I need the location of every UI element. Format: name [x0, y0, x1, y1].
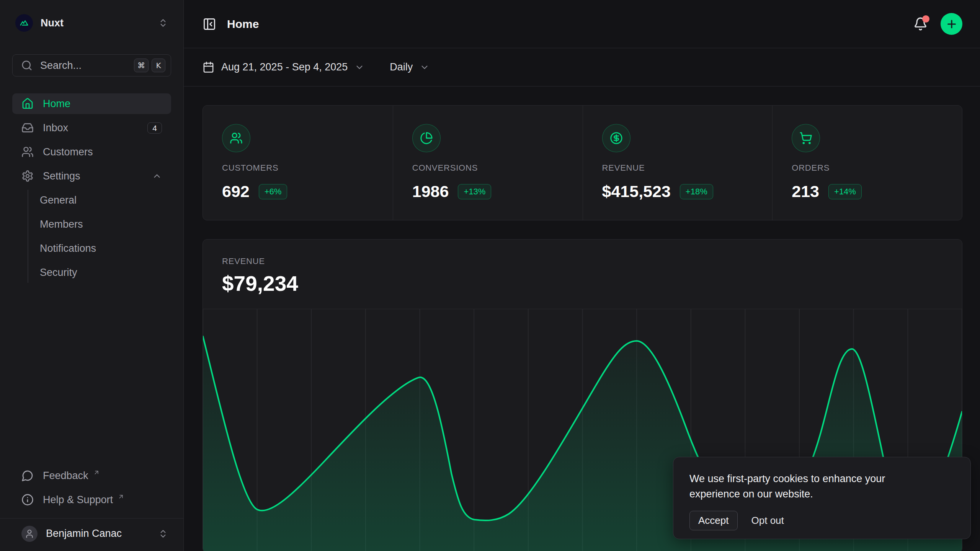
period-label: Daily — [390, 61, 413, 73]
sidebar-item-customers[interactable]: Customers — [12, 142, 171, 162]
stat-label: CONVERSIONS — [412, 163, 583, 173]
kbd-k: K — [152, 59, 165, 72]
opt-out-button[interactable]: Opt out — [750, 511, 786, 530]
stat-customers: CUSTOMERS 692 +6% — [203, 106, 393, 220]
sidebar-item-inbox[interactable]: Inbox 4 — [12, 117, 171, 138]
stat-delta-badge: +14% — [828, 184, 862, 199]
header-left: Home — [203, 17, 259, 31]
pie-chart-icon — [412, 124, 441, 152]
sidebar-item-general[interactable]: General — [28, 190, 171, 210]
page-title: Home — [227, 18, 259, 31]
page-header: Home — [184, 0, 980, 48]
chevron-up-icon — [152, 171, 162, 181]
period-select[interactable]: Daily — [390, 61, 430, 73]
filters-toolbar: Aug 21, 2025 - Sep 4, 2025 Daily — [184, 48, 980, 86]
gear-icon — [21, 170, 34, 182]
stat-label: ORDERS — [792, 163, 962, 173]
search-placeholder: Search... — [40, 60, 126, 72]
revenue-chart-label: REVENUE — [222, 256, 943, 266]
cart-icon — [792, 124, 820, 152]
revenue-chart-value: $79,234 — [222, 272, 943, 295]
chevron-down-icon — [420, 62, 430, 72]
search-kbd-shortcut: ⌘ K — [134, 59, 165, 72]
sidebar-item-members[interactable]: Members — [28, 214, 171, 235]
cookie-message: We use first-party cookies to enhance yo… — [689, 471, 934, 502]
sidebar-footer-nav: Feedback Help & Support — [12, 465, 171, 510]
user-name: Benjamin Canac — [46, 528, 150, 540]
chevrons-up-down-icon — [158, 529, 168, 539]
user-menu[interactable]: Benjamin Canac — [0, 518, 183, 551]
stat-delta-badge: +18% — [680, 184, 713, 199]
help-support-label: Help & Support — [43, 494, 113, 506]
stat-conversions: CONVERSIONS 1986 +13% — [393, 106, 583, 220]
team-name: Nuxt — [41, 17, 150, 29]
settings-subnav: General Members Notifications Security — [28, 190, 171, 283]
users-icon — [21, 146, 34, 158]
stat-value: $415,523 — [602, 182, 671, 201]
sidebar-item-label: Home — [43, 98, 70, 110]
add-button[interactable] — [941, 13, 962, 35]
inbox-count-badge: 4 — [147, 122, 162, 134]
sidebar-item-label: Settings — [43, 170, 80, 182]
users-icon — [222, 124, 250, 152]
stat-label: REVENUE — [602, 163, 773, 173]
cookie-banner: We use first-party cookies to enhance yo… — [673, 457, 971, 539]
search-icon — [21, 60, 33, 71]
stat-value: 1986 — [412, 182, 449, 201]
stat-label: CUSTOMERS — [222, 163, 393, 173]
sidebar-item-notifications[interactable]: Notifications — [28, 238, 171, 259]
stat-revenue: REVENUE $415,523 +18% — [583, 106, 773, 220]
help-support-link[interactable]: Help & Support — [12, 489, 171, 510]
nuxt-logo-icon — [15, 14, 33, 32]
external-link-icon — [118, 493, 124, 500]
stats-row: CUSTOMERS 692 +6% CONVERSIONS 1986 +13% — [203, 105, 962, 220]
cookie-actions: Accept Opt out — [689, 511, 954, 530]
stat-delta-badge: +6% — [259, 184, 287, 199]
sidebar-item-home[interactable]: Home — [12, 93, 171, 114]
revenue-card-header: REVENUE $79,234 — [203, 240, 962, 295]
inbox-icon — [21, 122, 34, 134]
notifications-button[interactable] — [913, 17, 928, 31]
sidebar-item-security[interactable]: Security — [28, 262, 171, 283]
sidebar-item-settings[interactable]: Settings — [12, 166, 171, 186]
notification-dot — [922, 15, 929, 23]
stat-value: 692 — [222, 182, 250, 201]
sidebar-nav: Home Inbox 4 Customers Settings — [12, 93, 171, 283]
info-circle-icon — [21, 494, 34, 506]
stat-orders: ORDERS 213 +14% — [772, 106, 962, 220]
feedback-label: Feedback — [43, 470, 88, 482]
chevrons-up-down-icon — [158, 18, 168, 28]
accept-button[interactable]: Accept — [689, 511, 738, 530]
plus-icon — [946, 18, 958, 30]
dollar-circle-icon — [602, 124, 630, 152]
stat-delta-badge: +13% — [458, 184, 491, 199]
search-input[interactable]: Search... ⌘ K — [12, 54, 171, 77]
sidebar: Nuxt Search... ⌘ K Home — [0, 0, 184, 551]
sidebar-item-label: Inbox — [43, 122, 68, 134]
team-switcher[interactable]: Nuxt — [12, 14, 171, 32]
calendar-icon — [203, 61, 214, 73]
collapse-sidebar-button[interactable] — [203, 17, 216, 31]
chevron-down-icon — [354, 62, 364, 72]
sidebar-spacer — [0, 283, 183, 465]
avatar — [21, 526, 38, 542]
date-range-label: Aug 21, 2025 - Sep 4, 2025 — [221, 61, 348, 73]
message-circle-icon — [21, 469, 34, 482]
external-link-icon — [93, 469, 100, 476]
header-right — [913, 13, 962, 35]
house-icon — [21, 98, 34, 110]
sidebar-item-label: Customers — [43, 146, 93, 158]
stat-value: 213 — [792, 182, 819, 201]
feedback-link[interactable]: Feedback — [12, 465, 171, 486]
date-range-picker[interactable]: Aug 21, 2025 - Sep 4, 2025 — [203, 61, 364, 73]
kbd-cmd: ⌘ — [134, 59, 149, 72]
